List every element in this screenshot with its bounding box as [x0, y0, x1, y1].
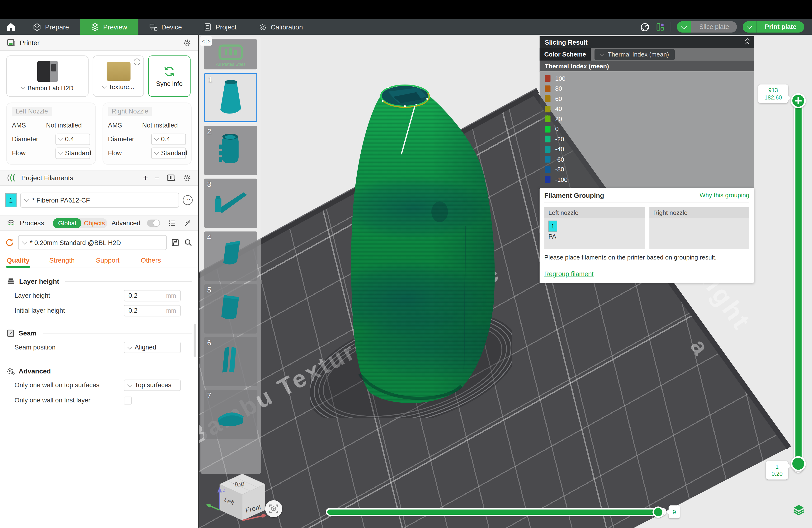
slice-plate-dropdown[interactable] [677, 21, 691, 32]
tab-preview[interactable]: Preview [80, 19, 138, 35]
all-plates-stats-thumbnail[interactable]: All Plates Stats [204, 40, 257, 70]
plate-thumbnail-2[interactable]: 2 [204, 126, 257, 175]
one-wall-top-row: Only one wall on top surfaces Top surfac… [6, 379, 192, 392]
arrange-plates-icon[interactable] [656, 22, 665, 32]
scope-global-option[interactable]: Global [53, 218, 81, 228]
initial-layer-height-input[interactable]: 0.2mm [124, 305, 181, 317]
reset-preset-icon[interactable] [5, 238, 14, 247]
search-icon[interactable] [184, 238, 192, 247]
add-filament-button[interactable]: + [143, 174, 148, 182]
navbar-actions: Slice plate Print plate [640, 19, 812, 35]
plate-type: Texture... [109, 83, 134, 90]
layer-slider-track[interactable] [794, 101, 803, 473]
build-plate-select-card[interactable]: Texture... [92, 55, 144, 97]
fit-view-button[interactable] [265, 500, 282, 517]
nozzles-row: Left Nozzle AMSNot installed Diameter 0.… [0, 101, 198, 170]
printer-select-card[interactable]: Bambu Lab H2D [6, 55, 89, 97]
layers-view-icon[interactable] [792, 503, 806, 516]
printer-settings-gear-icon[interactable] [183, 38, 192, 47]
parameter-list-icon[interactable] [168, 219, 177, 227]
right-nozzle-diameter-select[interactable]: 0.4 [151, 133, 186, 145]
horizontal-slider-handle[interactable] [652, 506, 664, 517]
legend-swatch [545, 146, 551, 153]
seam-position-select[interactable]: Aligned [124, 342, 181, 353]
window-titlebar [0, 0, 812, 19]
color-scheme-select[interactable]: Thermal Index (mean) [594, 49, 675, 60]
slice-plate-button[interactable]: Slice plate [691, 21, 737, 32]
thermal-index-legend: 100 80 60 40 20 0 -20 -40 -60 -80 -100 [540, 72, 754, 188]
legend-item: 0 [540, 124, 754, 134]
filaments-section-header: Project Filaments + − [0, 170, 198, 186]
legend-title: Thermal Index (mean) [540, 60, 754, 72]
left-nozzle-card: Left Nozzle AMSNot installed Diameter 0.… [6, 103, 96, 165]
info-icon[interactable] [134, 58, 140, 65]
legend-swatch [545, 75, 551, 82]
plate-thumbnail-6[interactable]: 6 [204, 337, 257, 386]
sidebar-scrollbar[interactable] [194, 324, 197, 357]
device-icon [149, 23, 158, 31]
print-plate-dropdown[interactable] [742, 21, 756, 32]
collapse-panel-button[interactable] [746, 39, 749, 46]
process-preset-name: * 0.20mm Standard @BBL H2D [30, 239, 121, 246]
one-wall-first-layer-checkbox[interactable] [124, 396, 132, 404]
home-button[interactable] [0, 19, 22, 35]
filament-name: * Fiberon PA612-CF [32, 196, 90, 204]
plate-thumbnail-4[interactable]: 4 [204, 232, 257, 281]
orientation-cube[interactable]: Top Left Front z x [205, 468, 275, 528]
save-preset-icon[interactable] [171, 238, 180, 247]
process-icon [6, 218, 16, 227]
left-nozzle-flow-select[interactable]: Standard [55, 147, 90, 159]
layer-height-input[interactable]: 0.2mm [124, 290, 181, 301]
plate-thumbnail-5[interactable]: 5 [204, 284, 257, 333]
layer-slider-top-handle[interactable] [791, 93, 806, 108]
tab-strength[interactable]: Strength [43, 256, 80, 268]
filament-select[interactable]: * Fiberon PA612-CF [20, 192, 179, 207]
tune-params-icon[interactable] [183, 219, 192, 227]
filament-settings-gear-icon[interactable] [183, 174, 192, 182]
left-nozzle-diameter-select[interactable]: 0.4 [55, 133, 90, 145]
filament-1-chip[interactable]: 1 [549, 221, 557, 232]
sync-info-button[interactable]: Sync info [148, 55, 191, 97]
advanced-toggle[interactable] [147, 219, 160, 227]
collapse-sidebar-button[interactable]: <|> [200, 36, 212, 46]
sliced-model[interactable] [310, 76, 512, 418]
print-plate-split-button: Print plate [742, 21, 804, 32]
plate-thumbnail-1[interactable]: 1 [204, 73, 257, 122]
viewport-3d[interactable]: Bambu Textured PEI Plate Right a [199, 35, 812, 528]
tab-support[interactable]: Support [90, 256, 125, 268]
process-tabs: Quality Strength Support Others [0, 254, 198, 268]
fit-view-icon [269, 504, 278, 514]
legend-item: 80 [540, 84, 754, 94]
sync-info-label: Sync info [156, 80, 183, 88]
layer-slider-bottom-handle[interactable] [791, 456, 806, 471]
legend-swatch [545, 85, 551, 92]
why-this-grouping-link[interactable]: Why this grouping [700, 192, 749, 199]
scope-objects-option[interactable]: Objects [81, 218, 107, 228]
tab-preview-label: Preview [103, 23, 127, 31]
plate-thumbnail-7[interactable]: 7 [204, 390, 257, 439]
flushing-volumes-icon[interactable] [166, 174, 176, 182]
bottom-layer-number: 1 [775, 463, 779, 470]
tab-device[interactable]: Device [138, 19, 193, 35]
slice-plate-split-button: Slice plate [677, 21, 737, 32]
tab-project[interactable]: Project [193, 19, 247, 35]
right-nozzle-flow-select[interactable]: Standard [151, 147, 186, 159]
printer-section-title: Printer [20, 39, 40, 46]
tab-quality[interactable]: Quality [1, 256, 35, 268]
horizontal-move-slider[interactable] [326, 508, 666, 516]
printer-name: Bambu Lab H2D [28, 84, 74, 91]
tab-prepare[interactable]: Prepare [22, 19, 80, 35]
printer-image [37, 61, 58, 82]
one-wall-top-select[interactable]: Top surfaces [124, 380, 181, 391]
spiral-vase-icon[interactable] [640, 22, 650, 32]
remove-filament-button[interactable]: − [155, 174, 159, 182]
print-plate-button[interactable]: Print plate [756, 21, 804, 32]
seam-section-header: Seam [6, 327, 192, 339]
regroup-filament-link[interactable]: Regroup filament [544, 270, 594, 278]
filament-more-button[interactable] [183, 195, 192, 205]
plate-thumbnail-3[interactable]: 3 [204, 178, 257, 228]
tab-others[interactable]: Others [135, 256, 167, 268]
tab-calibration[interactable]: Calibration [247, 19, 314, 35]
chevron-down-icon [102, 83, 107, 89]
process-preset-select[interactable]: * 0.20mm Standard @BBL H2D [18, 235, 167, 250]
